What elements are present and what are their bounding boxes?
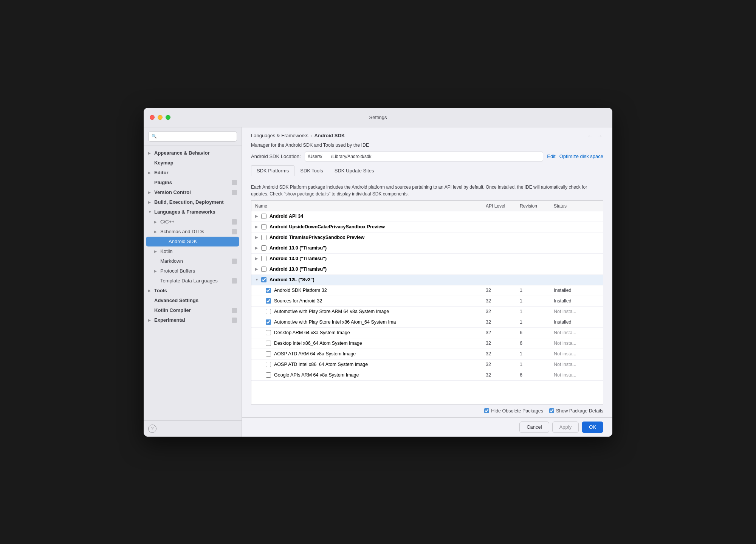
bottom-bar: Cancel Apply OK	[242, 417, 612, 437]
table-row: ▶ Android UpsideDownCakePrivacySandbox P…	[251, 222, 603, 232]
table-row: ▶ Android 13.0 ("Tiramisu")	[251, 254, 603, 264]
table-row: ▶ Android TiramisuPrivacySandbox Preview	[251, 232, 603, 243]
breadcrumb-parent[interactable]: Languages & Frameworks	[251, 133, 308, 138]
hide-obsolete-checkbox-label[interactable]: Hide Obsolete Packages	[484, 408, 543, 414]
sdk-location-row: Android SDK Location: Edit Optimize disk…	[251, 152, 603, 161]
tab-sdk-tools[interactable]: SDK Tools	[294, 165, 328, 176]
minimize-button[interactable]	[158, 115, 163, 120]
row-checkbox[interactable]	[266, 341, 271, 346]
search-box[interactable]: 🔍	[148, 131, 237, 142]
row-checkbox[interactable]	[266, 319, 271, 325]
chevron-right-icon: ▶	[255, 267, 260, 271]
badge-icon	[232, 318, 237, 323]
tab-sdk-update-sites[interactable]: SDK Update Sites	[329, 165, 380, 176]
apply-button[interactable]: Apply	[552, 422, 579, 433]
table-row: Google APIs ARM 64 v8a System Image 32 6…	[251, 370, 603, 381]
sidebar-item-schemas[interactable]: ▶ Schemas and DTDs	[144, 227, 242, 237]
right-panel: Languages & Frameworks › Android SDK ← →…	[242, 127, 612, 437]
row-checkbox[interactable]	[261, 235, 266, 240]
sidebar-item-cpp[interactable]: ▶ C/C++	[144, 217, 242, 227]
tabs-row: SDK Platforms SDK Tools SDK Update Sites	[251, 165, 603, 176]
sidebar-item-keymap[interactable]: Keymap	[144, 158, 242, 168]
help-button[interactable]: ?	[148, 425, 156, 433]
row-revision-cell: 1	[520, 288, 554, 293]
row-revision-cell: 6	[520, 330, 554, 335]
table-row: Android SDK Platform 32 32 1 Installed	[251, 285, 603, 296]
badge-icon	[232, 219, 237, 225]
edit-button[interactable]: Edit	[547, 153, 555, 159]
sidebar-item-label: Version Control	[154, 189, 232, 195]
chevron-right-icon: ▶	[255, 236, 260, 239]
sidebar-item-label: Schemas and DTDs	[160, 229, 232, 234]
row-name-cell: ▶ Android UpsideDownCakePrivacySandbox P…	[255, 224, 486, 229]
maximize-button[interactable]	[166, 115, 170, 120]
row-checkbox[interactable]	[261, 224, 266, 229]
sidebar-item-build[interactable]: ▶ Build, Execution, Deployment	[144, 197, 242, 207]
sidebar-item-advanced-settings[interactable]: Advanced Settings	[144, 296, 242, 305]
hide-obsolete-checkbox[interactable]	[484, 408, 489, 413]
sidebar-item-version-control[interactable]: ▶ Version Control	[144, 188, 242, 197]
badge-icon	[232, 259, 237, 264]
row-checkbox[interactable]	[266, 298, 271, 304]
sidebar-item-editor[interactable]: ▶ Editor	[144, 168, 242, 178]
search-icon: 🔍	[152, 134, 157, 139]
close-button[interactable]	[150, 115, 155, 120]
cancel-button[interactable]: Cancel	[519, 422, 549, 433]
row-api-cell: 32	[486, 372, 520, 378]
search-input[interactable]	[158, 134, 234, 139]
back-arrow-icon[interactable]: ←	[587, 133, 593, 139]
chevron-right-icon: ▶	[148, 191, 153, 194]
optimize-disk-button[interactable]: Optimize disk space	[559, 153, 603, 159]
sdk-location-input[interactable]	[305, 152, 544, 161]
sidebar-item-languages[interactable]: ▼ Languages & Frameworks	[144, 207, 242, 217]
row-checkbox[interactable]	[261, 267, 266, 272]
sidebar-item-plugins[interactable]: Plugins	[144, 178, 242, 188]
row-checkbox[interactable]	[261, 256, 266, 261]
row-checkbox[interactable]	[266, 330, 271, 335]
table-row: ▶ Android 13.0 ("Tiramisu")	[251, 264, 603, 275]
badge-icon	[232, 180, 237, 185]
breadcrumb-nav: ← →	[587, 133, 603, 139]
sidebar-item-markdown[interactable]: Markdown	[144, 256, 242, 266]
sidebar-item-experimental[interactable]: ▶ Experimental	[144, 315, 242, 325]
row-status-cell: Not insta...	[554, 341, 599, 346]
table-row: Automotive with Play Store Intel x86 Ato…	[251, 317, 603, 328]
chevron-right-icon: ▶	[154, 250, 160, 253]
sidebar-item-protocol-buffers[interactable]: ▶ Protocol Buffers	[144, 266, 242, 276]
row-status-cell: Installed	[554, 298, 599, 304]
row-name-cell: ▶ Android API 34	[255, 214, 486, 219]
row-checkbox[interactable]	[261, 214, 266, 219]
row-api-cell: 32	[486, 362, 520, 367]
info-text: Each Android SDK Platform package includ…	[251, 179, 603, 201]
sdk-table: Name API Level Revision Status ▶ Android…	[251, 201, 603, 405]
sidebar-item-appearance[interactable]: ▶ Appearance & Behavior	[144, 148, 242, 158]
row-checkbox[interactable]	[266, 372, 271, 378]
forward-arrow-icon[interactable]: →	[596, 133, 603, 139]
breadcrumb: Languages & Frameworks › Android SDK ← →	[251, 133, 603, 139]
sidebar-item-template-data[interactable]: Template Data Languages	[144, 276, 242, 286]
row-api-cell: 32	[486, 309, 520, 314]
row-status-cell: Not insta...	[554, 362, 599, 367]
sidebar-item-kotlin[interactable]: ▶ Kotlin	[144, 246, 242, 256]
table-header: Name API Level Revision Status	[251, 201, 603, 211]
chevron-right-icon: ▶	[148, 289, 153, 293]
row-name-cell: Automotive with Play Store Intel x86 Ato…	[255, 319, 486, 325]
row-checkbox[interactable]	[266, 309, 271, 314]
row-api-cell: 32	[486, 351, 520, 356]
sidebar-item-android-sdk[interactable]: Android SDK	[146, 237, 239, 246]
sidebar-item-tools[interactable]: ▶ Tools	[144, 286, 242, 296]
tab-sdk-platforms[interactable]: SDK Platforms	[251, 165, 294, 176]
row-checkbox[interactable]	[266, 288, 271, 293]
show-package-checkbox[interactable]	[549, 408, 554, 413]
row-checkbox[interactable]	[261, 277, 266, 282]
chevron-right-icon: ▶	[255, 246, 260, 250]
row-checkbox[interactable]	[261, 245, 266, 251]
sidebar: 🔍 ▶ Appearance & Behavior Keymap ▶	[144, 127, 242, 437]
chevron-right-icon: ▶	[148, 171, 153, 175]
sidebar-item-kotlin-compiler[interactable]: Kotlin Compiler	[144, 305, 242, 315]
show-package-checkbox-label[interactable]: Show Package Details	[549, 408, 603, 414]
row-checkbox[interactable]	[266, 351, 271, 356]
ok-button[interactable]: OK	[582, 422, 603, 433]
panel-body: Each Android SDK Platform package includ…	[242, 179, 612, 417]
row-checkbox[interactable]	[266, 362, 271, 367]
